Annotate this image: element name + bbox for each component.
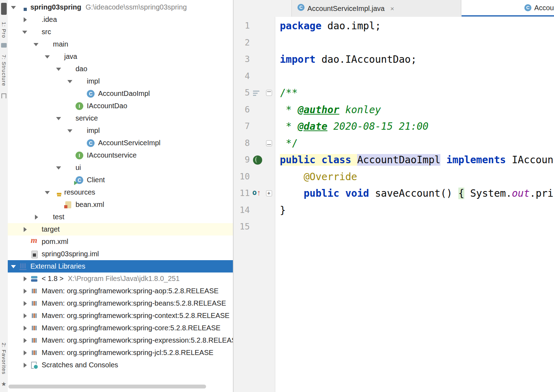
tool-window-label-7-structure[interactable]: 7: Structure <box>1 55 7 86</box>
code-text[interactable]: * @date 2020-08-15 21:00 <box>275 118 428 135</box>
editor-tab-accountdaoimpl-java[interactable]: AccountDaoImpl.java <box>462 0 554 17</box>
chevron-right-icon[interactable] <box>21 300 29 307</box>
code-text[interactable]: public class AccountDaoImpl implements I… <box>275 152 554 169</box>
code-line-5: 5/** <box>234 85 554 102</box>
chevron-down-icon[interactable] <box>10 263 18 270</box>
code-token <box>280 188 303 199</box>
project-folder-icon <box>19 4 27 11</box>
tree-item-pom-xml[interactable]: pom.xml <box>8 235 233 248</box>
code-text[interactable]: package dao.impl; <box>275 18 381 35</box>
code-text[interactable]: } <box>275 202 286 219</box>
tool-window-label-1-pro[interactable]: 1: Pro <box>1 22 7 38</box>
tree-item-target[interactable]: target <box>8 223 233 235</box>
tree-indent <box>8 44 32 44</box>
chevron-down-icon[interactable] <box>55 164 63 172</box>
tree-item-main[interactable]: main <box>8 38 233 50</box>
tree-item-idea[interactable]: .idea <box>8 13 233 26</box>
tree-item-spring03spring[interactable]: spring03springG:\ideacode\ssm\spring03sp… <box>8 1 233 13</box>
tree-item-service[interactable]: service <box>8 112 233 124</box>
code-text[interactable]: import dao.IAccountDao; <box>275 51 417 68</box>
reorder-icon[interactable] <box>252 89 260 97</box>
chevron-down-icon[interactable] <box>55 115 63 122</box>
interface-icon <box>76 152 83 159</box>
tree-item-1-8[interactable]: < 1.8 >X:\Program Files\Java\jdk1.8.0_25… <box>8 272 233 285</box>
tree-item-iaccountdao[interactable]: IAccountDao <box>8 100 233 112</box>
project-tool-icon-icon[interactable] <box>1 43 7 48</box>
chevron-down-icon[interactable] <box>55 65 63 73</box>
tree-item-dao[interactable]: dao <box>8 63 233 75</box>
tree-item-label: Maven: org.springframework:spring-aop:5.… <box>42 287 218 295</box>
tree-item-label: main <box>53 40 68 48</box>
code-text[interactable] <box>275 35 280 51</box>
tree-item-impl[interactable]: impl <box>8 124 233 137</box>
code-text[interactable] <box>275 219 280 235</box>
tree-item-maven-org-springframework-spring-aop-5-2-8-release[interactable]: Maven: org.springframework:spring-aop:5.… <box>8 285 233 297</box>
tree-item-maven-org-springframework-spring-core-5-2-8-release[interactable]: Maven: org.springframework:spring-core:5… <box>8 322 233 334</box>
chevron-down-icon[interactable] <box>44 189 52 196</box>
chevron-down-icon[interactable] <box>21 28 29 36</box>
code-line-4: 4 <box>234 68 554 85</box>
tree-item-external-libraries[interactable]: External Libraries <box>8 260 233 272</box>
code-editor[interactable]: 1package dao.impl;23import dao.IAccountD… <box>234 17 554 392</box>
chevron-right-icon[interactable] <box>21 287 29 295</box>
gutter-row: 14 <box>234 202 275 219</box>
tree-item-scratches-and-consoles[interactable]: Scratches and Consoles <box>8 359 233 371</box>
chevron-right-icon[interactable] <box>21 275 29 283</box>
chevron-down-icon[interactable] <box>32 41 40 48</box>
fold-start-icon[interactable] <box>266 90 272 96</box>
favorites-star-icon[interactable]: ★ <box>1 381 7 387</box>
override-icon[interactable] <box>252 190 263 197</box>
chevron-down-icon[interactable] <box>66 78 74 85</box>
tree-item-test[interactable]: test <box>8 211 233 223</box>
chevron-right-icon[interactable] <box>21 361 29 369</box>
tool-window-button-icon[interactable] <box>1 3 7 15</box>
code-text[interactable]: public void saveAccount() { System.out.p… <box>275 185 553 202</box>
tree-item-maven-org-springframework-spring-beans-5-2-8-release[interactable]: Maven: org.springframework:spring-beans:… <box>8 297 233 310</box>
chevron-right-icon[interactable] <box>21 16 29 24</box>
chevron-down-icon[interactable] <box>44 53 52 61</box>
fold-collapsed-icon[interactable] <box>266 190 272 196</box>
tree-indent <box>8 204 55 205</box>
tree-item-resources[interactable]: resources <box>8 186 233 198</box>
chevron-right-icon[interactable] <box>21 324 29 332</box>
code-text[interactable]: /** <box>275 85 298 102</box>
code-token: AccountDaoImpl <box>357 154 440 166</box>
code-text[interactable]: * @author konley <box>275 102 381 118</box>
tree-item-accountserviceimpl[interactable]: AccountServiceImpl <box>8 137 233 149</box>
chevron-down-icon[interactable] <box>66 127 74 135</box>
code-text[interactable] <box>275 68 280 85</box>
tool-window-label-2-favorites[interactable]: 2: Favorites <box>1 343 7 374</box>
fold-end-icon[interactable] <box>266 140 272 146</box>
spring-bean-icon[interactable] <box>253 155 262 165</box>
code-text[interactable]: */ <box>275 135 298 152</box>
chevron-down-icon[interactable] <box>10 4 18 11</box>
tree-item-iaccountservice[interactable]: IAccountservice <box>8 149 233 161</box>
tool-strip-top: 1: Pro7: Structure <box>0 0 8 101</box>
chevron-right-icon[interactable] <box>21 349 29 357</box>
tree-item-label: Maven: org.springframework:spring-core:5… <box>42 324 221 332</box>
tree-item-spring03spring-iml[interactable]: spring03spring.iml <box>8 248 233 260</box>
chevron-right-icon[interactable] <box>21 226 29 233</box>
tree-item-maven-org-springframework-spring-jcl-5-2-8-release[interactable]: Maven: org.springframework:spring-jcl:5.… <box>8 347 233 359</box>
tree-item-client[interactable]: Client <box>8 174 233 186</box>
tree-indent <box>8 340 21 341</box>
horizontal-scrollbar[interactable] <box>8 385 206 388</box>
tree-item-ui[interactable]: ui <box>8 161 233 174</box>
tree-item-java[interactable]: java <box>8 50 233 63</box>
editor-tab-accountserviceimpl-java[interactable]: AccountServiceImpl.java× <box>291 0 461 17</box>
folder-icon <box>42 41 49 48</box>
tree-item-maven-org-springframework-spring-expression-5-2-8-release[interactable]: Maven: org.springframework:spring-expres… <box>8 334 233 347</box>
chevron-right-icon[interactable] <box>32 213 40 221</box>
tree-item-src[interactable]: src <box>8 26 233 38</box>
tree-item-label: ui <box>76 164 81 172</box>
chevron-right-icon[interactable] <box>21 337 29 344</box>
tree-item-accountdaoimpl[interactable]: AccountDaoImpl <box>8 87 233 100</box>
tree-item-impl[interactable]: impl <box>8 75 233 87</box>
class-icon <box>297 4 305 11</box>
bookmark-tool-icon-icon[interactable] <box>1 93 6 98</box>
tree-item-bean-xml[interactable]: bean.xml <box>8 198 233 211</box>
tree-item-maven-org-springframework-spring-context-5-2-8-release[interactable]: Maven: org.springframework:spring-contex… <box>8 310 233 322</box>
chevron-right-icon[interactable] <box>21 312 29 320</box>
code-text[interactable]: @Override <box>275 169 357 185</box>
close-tab-icon[interactable]: × <box>390 5 394 12</box>
